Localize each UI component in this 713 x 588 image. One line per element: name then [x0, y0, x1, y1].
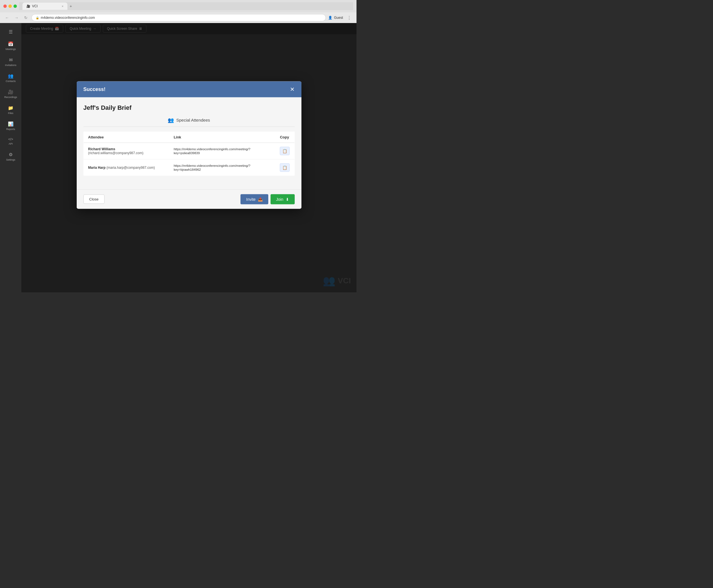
- special-attendees-label: Special Attendees: [176, 118, 210, 122]
- tab-bar: 🎥 VCI × +: [19, 2, 353, 10]
- modal-footer: Close Invite 📤 Join ⬇: [77, 189, 302, 209]
- browser-chrome: 🎥 VCI × + ← → ↻ 🔒 m4demo.videoconferenci…: [0, 0, 356, 23]
- modal-header: Success! ✕: [77, 81, 302, 97]
- attendee-email: (maria.harp@company987.com): [106, 165, 155, 169]
- copy-cell: 📋: [275, 143, 294, 159]
- sidebar: ☰ 📅 Meetings ✉ Invitations 👥 Contacts 🎥 …: [0, 23, 21, 292]
- files-label: Files: [8, 112, 13, 114]
- sidebar-item-contacts[interactable]: 👥 Contacts: [0, 70, 21, 86]
- modal-close-button[interactable]: ✕: [290, 86, 295, 92]
- attendee-link: https://m4demo.videoconferencinginfo.com…: [174, 147, 250, 154]
- reports-icon: 📊: [8, 121, 14, 127]
- main-content: Create Meeting 📅 Quick Meeting → Quick S…: [21, 23, 356, 292]
- table-header-row: Attendee Link Copy: [83, 131, 294, 143]
- traffic-light-green[interactable]: [14, 4, 17, 8]
- invitations-icon: ✉: [9, 57, 13, 63]
- invite-label: Invite: [246, 197, 256, 201]
- attendee-cell: Richard Williams (richard.williams@compa…: [83, 143, 169, 159]
- col-copy: Copy: [275, 131, 294, 143]
- sidebar-item-reports[interactable]: 📊 Reports: [0, 118, 21, 134]
- api-icon: </>: [8, 137, 13, 141]
- modal-header-title: Success!: [83, 86, 106, 92]
- copy-link-button[interactable]: 📋: [280, 163, 290, 172]
- meetings-icon: 📅: [8, 41, 14, 47]
- sidebar-item-files[interactable]: 📁 Files: [0, 102, 21, 118]
- footer-actions: Invite 📤 Join ⬇: [241, 194, 294, 204]
- contacts-label: Contacts: [6, 80, 16, 83]
- col-attendee: Attendee: [83, 131, 169, 143]
- files-icon: 📁: [8, 105, 14, 111]
- attendee-name: Maria Harp: [88, 165, 106, 169]
- tab-close-button[interactable]: ×: [62, 4, 63, 8]
- address-url: m4demo.videoconferencinginfo.com: [41, 16, 95, 20]
- sidebar-item-settings[interactable]: ⚙ Settings: [0, 149, 21, 165]
- join-icon: ⬇: [286, 197, 289, 201]
- recordings-label: Recordings: [4, 96, 17, 99]
- invitations-label: Invitations: [5, 64, 17, 66]
- link-cell: https://m4demo.videoconferencinginfo.com…: [169, 143, 275, 159]
- guest-menu[interactable]: 👤 Guest: [328, 16, 343, 20]
- sidebar-item-meetings[interactable]: 📅 Meetings: [0, 38, 21, 54]
- table-row: Maria Harp (maria.harp@company987.com) h…: [83, 159, 294, 176]
- attendee-name: Richard Williams: [88, 147, 116, 151]
- browser-addressbar: ← → ↻ 🔒 m4demo.videoconferencinginfo.com…: [0, 12, 356, 23]
- attendees-table: Attendee Link Copy Richard Williams (ric…: [83, 131, 295, 176]
- join-button[interactable]: Join ⬇: [270, 194, 295, 204]
- tab-title: VCI: [32, 4, 38, 8]
- guest-icon: 👤: [328, 16, 332, 20]
- recordings-icon: 🎥: [8, 89, 14, 94]
- guest-label: Guest: [334, 16, 343, 20]
- tab-icon: 🎥: [26, 4, 30, 8]
- browser-titlebar: 🎥 VCI × +: [0, 0, 356, 12]
- send-icon: 📤: [258, 197, 263, 201]
- traffic-light-yellow[interactable]: [8, 4, 12, 8]
- sidebar-item-recordings[interactable]: 🎥 Recordings: [0, 86, 21, 102]
- link-cell: https://m4demo.videoconferencinginfo.com…: [169, 159, 275, 176]
- attendee-cell: Maria Harp (maria.harp@company987.com): [83, 159, 169, 176]
- browser-tab[interactable]: 🎥 VCI ×: [22, 2, 67, 10]
- nav-refresh-button[interactable]: ↻: [22, 15, 29, 21]
- special-attendees-header: 👥 Special Attendees: [83, 117, 295, 127]
- lock-icon: 🔒: [36, 16, 39, 19]
- success-modal: Success! ✕ Jeff's Daily Brief 👥 Special …: [77, 81, 302, 209]
- contacts-icon: 👥: [8, 73, 14, 79]
- copy-cell: 📋: [275, 159, 294, 176]
- close-button[interactable]: Close: [83, 195, 104, 204]
- table-row: Richard Williams (richard.williams@compa…: [83, 143, 294, 159]
- traffic-light-red[interactable]: [3, 4, 7, 8]
- sidebar-item-invitations[interactable]: ✉ Invitations: [0, 54, 21, 70]
- col-link: Link: [169, 131, 275, 143]
- meetings-label: Meetings: [6, 48, 16, 50]
- address-bar[interactable]: 🔒 m4demo.videoconferencinginfo.com: [32, 14, 326, 21]
- traffic-lights: [3, 4, 17, 8]
- sidebar-item-menu[interactable]: ☰: [0, 26, 21, 38]
- app-container: ☰ 📅 Meetings ✉ Invitations 👥 Contacts 🎥 …: [0, 23, 356, 292]
- attendee-email: (richard.williams@company987.com): [88, 151, 144, 155]
- browser-menu-button[interactable]: ⋮: [345, 15, 353, 21]
- attendee-link: https://m4demo.videoconferencinginfo.com…: [174, 164, 250, 171]
- invite-button[interactable]: Invite 📤: [241, 194, 268, 204]
- modal-body: Jeff's Daily Brief 👥 Special Attendees A…: [77, 97, 302, 189]
- api-label: API: [9, 142, 13, 145]
- reports-label: Reports: [6, 128, 15, 131]
- join-label: Join: [276, 197, 283, 201]
- meeting-title: Jeff's Daily Brief: [83, 104, 295, 111]
- nav-forward-button[interactable]: →: [13, 15, 20, 21]
- settings-icon: ⚙: [9, 152, 13, 157]
- copy-link-button[interactable]: 📋: [280, 147, 290, 155]
- new-tab-button[interactable]: +: [67, 2, 74, 10]
- nav-back-button[interactable]: ←: [3, 15, 11, 21]
- sidebar-item-api[interactable]: </> API: [0, 134, 21, 149]
- settings-label: Settings: [6, 159, 16, 161]
- attendees-group-icon: 👥: [168, 117, 174, 123]
- hamburger-icon: ☰: [9, 29, 13, 35]
